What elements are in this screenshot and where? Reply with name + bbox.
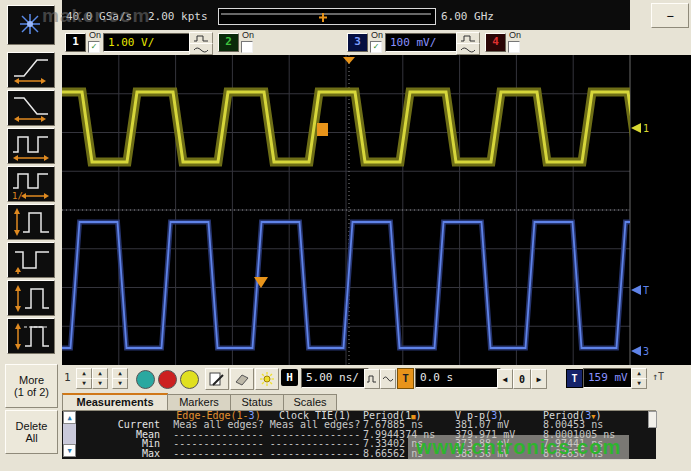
svg-text:1/: 1/ [12, 191, 23, 200]
channel-4-button[interactable]: 4 [485, 33, 506, 52]
tab-status[interactable]: Status [230, 394, 284, 411]
realtime-mode-button[interactable] [364, 369, 380, 389]
level-marker-3[interactable] [631, 346, 641, 356]
color-red-button[interactable] [158, 370, 177, 389]
measurements-right-scrollbar[interactable] [648, 411, 657, 428]
scroll-down-button[interactable]: ▼ [63, 444, 76, 457]
scroll-up-button[interactable]: ▲ [63, 411, 76, 424]
measurement-cell: --------------- [267, 449, 363, 458]
tab-markers[interactable]: Markers [167, 394, 231, 411]
more-button[interactable]: More (1 of 2) [5, 364, 58, 408]
vpp-icon [9, 206, 53, 238]
fall-time-button[interactable] [7, 90, 55, 126]
frequency-button[interactable]: 1/ [7, 166, 55, 202]
pulse-glyph-icon [193, 35, 209, 42]
vtop-icon [9, 320, 53, 352]
channel-2-button[interactable]: 2 [218, 33, 239, 52]
note-pencil-icon [209, 372, 225, 386]
sine-glyph-icon [193, 46, 209, 53]
channel-3-on-checkbox[interactable]: ✓ [370, 41, 382, 53]
logo-button[interactable] [7, 5, 55, 45]
marker-position-spinner[interactable]: ▲▼ ▲▼ [76, 368, 108, 389]
trigger-level-spinner[interactable]: ▲▼ [631, 368, 647, 389]
level-marker-label: T [643, 285, 649, 296]
pulse-width-button[interactable] [7, 242, 55, 278]
rise-time-button[interactable] [7, 52, 55, 88]
zero-delay-button[interactable]: 0 [513, 369, 531, 389]
vpp-button[interactable] [7, 204, 55, 240]
scroll-right-button[interactable]: ▶ [531, 369, 547, 389]
vmax-icon [9, 282, 53, 314]
measurement-square-marker [317, 123, 328, 136]
sun-icon [259, 372, 275, 386]
more-label: More [19, 374, 44, 386]
delete-sub-label: All [25, 432, 37, 444]
sine-mode-button[interactable] [380, 369, 396, 389]
vmax-button[interactable] [7, 280, 55, 316]
timebase-field[interactable]: 5.00 ns/ [301, 368, 369, 388]
tab-scales[interactable]: Scales [283, 394, 337, 411]
ch1-waveform [62, 92, 691, 162]
pulse-glyph-icon [460, 35, 476, 42]
sine-glyph-icon [383, 375, 393, 383]
delete-label: Delete [16, 420, 48, 432]
offset-spinner[interactable]: ▲▼ [112, 368, 128, 389]
measurement-cell: --------------- [170, 449, 267, 458]
measurements-scrollbar[interactable]: ▲ ▼ [63, 411, 76, 457]
horizontal-menu-button[interactable]: H [281, 369, 298, 386]
acquisition-bar[interactable] [218, 8, 436, 25]
brightness-button[interactable] [255, 368, 279, 390]
measurement-row: Max------------------------------8.66562… [78, 449, 649, 458]
horizontal-position-field[interactable]: 0.0 s [415, 368, 501, 388]
sample-rate-text: 40.0 GSa/s [66, 10, 132, 23]
channel-3-scale-field[interactable]: 100 mV/ [385, 33, 461, 52]
channel-3-button[interactable]: 3 [347, 33, 368, 52]
marker-number-label: 1 [64, 371, 71, 384]
trigger-menu-button[interactable]: T [566, 369, 583, 388]
memory-depth-text: 2.00 kpts [148, 10, 208, 23]
eraser-icon [234, 372, 250, 386]
pulse-glyph-icon [367, 375, 377, 383]
erase-button[interactable] [230, 368, 254, 390]
channel-1-button[interactable]: 1 [65, 33, 86, 52]
scroll-left-button[interactable]: ◀ [497, 369, 513, 389]
trigger-level-indicator: ↑T [652, 371, 664, 382]
ch3-waveform [62, 222, 691, 348]
level-marker-label: 1 [643, 123, 649, 134]
channel-4-on-label: On [509, 31, 521, 40]
oscilloscope-screen: 1/ More (1 [0, 0, 691, 471]
acquisition-waveform-icon [219, 11, 433, 24]
level-marker-T[interactable] [631, 285, 641, 295]
measurement-cell: 8.02656 ns [543, 449, 647, 458]
channel-2-on-checkbox[interactable]: ✓ [241, 41, 253, 53]
channel-1-on-checkbox[interactable]: ✓ [88, 41, 100, 53]
vtop-button[interactable] [7, 318, 55, 354]
level-marker-1[interactable] [631, 123, 641, 133]
color-yellow-button[interactable] [180, 370, 199, 389]
ch3-waveform [62, 222, 691, 348]
measurements-table: Edge-Edge(1-3)Clock TIE(1)Period(1■)V p-… [78, 411, 649, 458]
waveform-display[interactable]: 1T3 [62, 55, 691, 365]
measurement-cell: 388.56 mV [455, 449, 543, 458]
trigger-level-field[interactable]: 159 mV [583, 368, 637, 388]
agilent-logo-icon [8, 6, 52, 42]
bandwidth-text: 6.00 GHz [441, 10, 494, 23]
rise-time-icon [9, 54, 53, 86]
channel-1-scale-field[interactable]: 1.00 V/ [103, 33, 193, 52]
period-button[interactable] [7, 128, 55, 164]
annotate-button[interactable] [205, 368, 229, 390]
ch1-waveform [62, 92, 691, 162]
color-teal-button[interactable] [136, 370, 155, 389]
fall-time-icon [9, 92, 53, 124]
pulse-width-icon [9, 244, 53, 276]
trigger-position-button[interactable]: T [397, 368, 414, 389]
channel-3-sine-button[interactable] [456, 43, 480, 55]
minimize-button[interactable]: − [651, 3, 689, 28]
measurement-cell: Max [78, 449, 170, 458]
channel-4-on-checkbox[interactable]: ✓ [508, 41, 520, 53]
trigger-time-marker [343, 57, 355, 64]
channel-2-on-label: On [242, 31, 254, 40]
channel-3-on-label: On [371, 31, 383, 40]
delete-all-button[interactable]: Delete All [5, 410, 58, 454]
channel-1-sine-button[interactable] [189, 43, 213, 55]
